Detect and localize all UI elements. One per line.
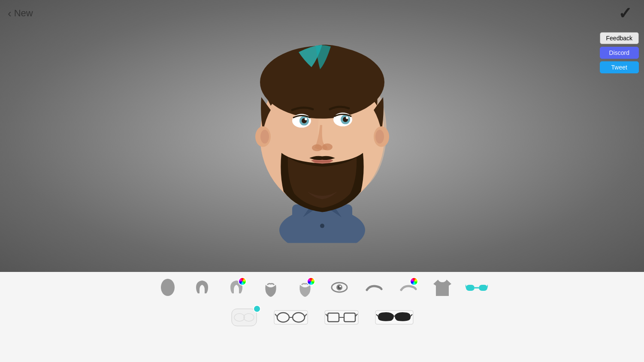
category-face[interactable] (157, 276, 179, 299)
svg-point-20 (312, 145, 322, 151)
category-beard-color[interactable] (294, 276, 316, 299)
svg-point-19 (346, 117, 348, 119)
svg-rect-27 (466, 285, 475, 291)
category-hair-color[interactable] (225, 276, 248, 299)
discord-button[interactable]: Discord (600, 47, 639, 59)
svg-line-31 (487, 285, 488, 287)
category-beard[interactable] (260, 276, 282, 299)
svg-line-30 (466, 285, 466, 287)
category-shirt[interactable] (431, 276, 454, 299)
category-hair[interactable] (191, 276, 213, 299)
back-button[interactable]: ‹ New (8, 8, 33, 19)
category-eyes[interactable] (328, 276, 351, 299)
confirm-button[interactable]: ✓ (618, 5, 632, 21)
svg-point-9 (260, 130, 269, 144)
svg-point-21 (322, 144, 333, 151)
glasses-option-dark[interactable] (373, 306, 415, 329)
svg-rect-32 (232, 309, 257, 326)
category-eyebrow[interactable] (363, 276, 385, 299)
svg-rect-28 (479, 285, 487, 291)
svg-point-15 (305, 118, 307, 121)
checkmark-icon: ✓ (618, 4, 632, 22)
category-row (157, 276, 488, 299)
toolbar (0, 272, 644, 362)
back-label: New (14, 8, 33, 19)
viewport: ‹ New ✓ Feedback Discord Tweet (0, 0, 644, 272)
right-panel: Feedback Discord Tweet (600, 32, 639, 73)
svg-point-22 (161, 279, 175, 296)
avatar-preview (232, 20, 412, 243)
glasses-options-row (229, 306, 415, 329)
feedback-button[interactable]: Feedback (600, 32, 639, 44)
svg-point-4 (320, 224, 324, 228)
glasses-option-round[interactable] (272, 306, 310, 329)
tweet-button[interactable]: Tweet (600, 61, 639, 73)
glasses-option-square[interactable] (323, 306, 360, 329)
category-eyebrow-color[interactable] (397, 276, 419, 299)
svg-point-11 (375, 130, 384, 144)
category-glasses[interactable] (466, 276, 488, 299)
svg-point-26 (339, 286, 341, 287)
chevron-left-icon: ‹ (8, 8, 12, 19)
glasses-option-none[interactable] (229, 307, 259, 328)
